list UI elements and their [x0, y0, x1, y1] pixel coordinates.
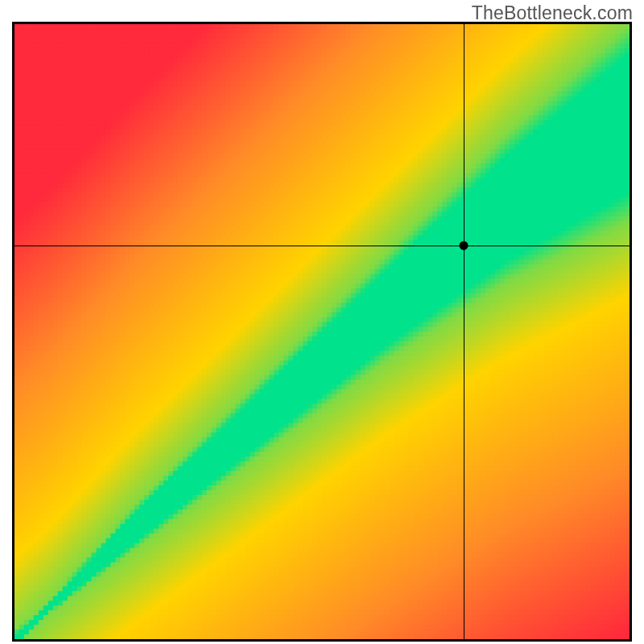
selection-marker: [459, 242, 468, 250]
bottleneck-heatmap: [14, 24, 630, 639]
crosshair-vertical: [464, 24, 464, 639]
watermark-text: TheBottleneck.com: [472, 2, 633, 24]
chart-frame: [12, 22, 632, 642]
crosshair-horizontal: [14, 246, 630, 246]
